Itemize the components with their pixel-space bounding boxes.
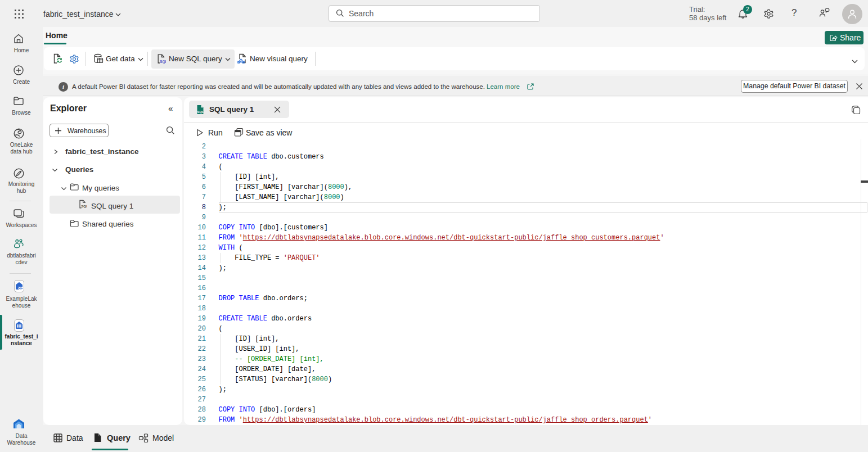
- svg-text:SQL: SQL: [81, 205, 87, 208]
- svg-text:SQL: SQL: [160, 60, 166, 64]
- svg-text:SQL: SQL: [197, 110, 204, 114]
